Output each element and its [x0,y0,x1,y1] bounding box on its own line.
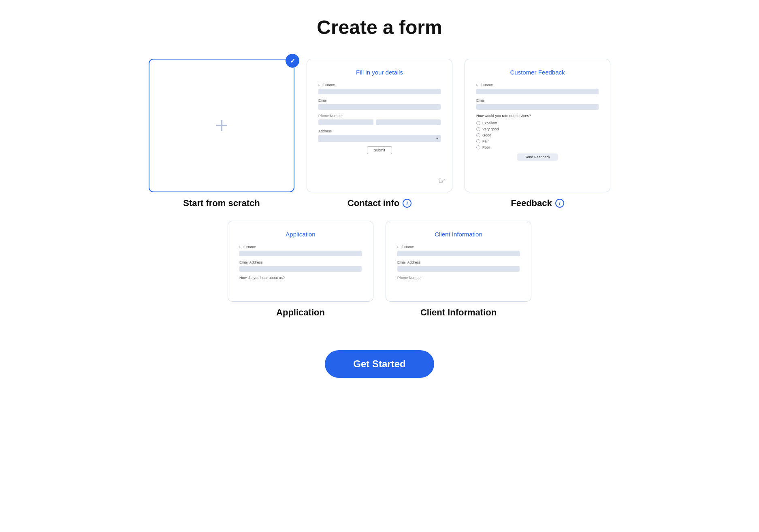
feedback-email-label: Email [476,98,599,102]
feedback-email-input [476,104,599,110]
feedback-option-poor: Poor [476,145,599,149]
footer-section: Get Started [8,342,751,378]
application-preview-title: Application [239,231,362,238]
feedback-rating-question: How would you rate our services? [476,114,599,118]
feedback-send-button: Send Feedback [517,153,557,161]
card-contact-info[interactable]: Fill in your details Full Name Email Pho… [307,59,452,209]
feedback-option-good: Good [476,133,599,137]
feedback-option-very-good: Very good [476,127,599,131]
top-cards-row: ✓ + Start from scratch Fill in your deta… [149,59,610,209]
contact-fullname-label: Full Name [318,83,441,87]
feedback-option-fair: Fair [476,139,599,143]
client-email-input [397,266,520,272]
card-application-label: Application [228,307,373,318]
card-contact-label: Contact info i [307,198,452,209]
app-fullname-input [239,251,362,256]
selected-badge: ✓ [286,54,299,68]
client-fullname-input [397,251,520,256]
client-fullname-label: Full Name [397,245,520,249]
card-client-label: Client Information [386,307,531,318]
contact-phone-prefix-input [318,119,373,125]
client-phone-label: Phone Number [397,276,520,280]
feedback-option-excellent: Excellent [476,121,599,125]
client-preview-title: Client Information [397,231,520,238]
contact-address-label: Address [318,129,441,133]
chevron-down-icon: ▾ [436,136,438,140]
plus-icon: + [215,114,228,137]
get-started-button[interactable]: Get Started [325,350,434,378]
card-feedback[interactable]: Customer Feedback Full Name Email How wo… [465,59,610,209]
contact-info-icon: i [403,199,411,208]
card-client-info[interactable]: Client Information Full Name Email Addre… [386,221,531,318]
client-email-label: Email Address [397,260,520,264]
contact-address-select: ▾ [318,135,441,142]
feedback-preview-title: Customer Feedback [476,69,599,76]
contact-phone-label: Phone Number [318,114,441,118]
card-scratch[interactable]: ✓ + Start from scratch [149,59,294,209]
bottom-cards-row: Application Full Name Email Address How … [228,221,531,318]
app-email-label: Email Address [239,260,362,264]
contact-email-label: Email [318,98,441,102]
contact-submit-button: Submit [367,146,392,154]
contact-fullname-input [318,89,441,94]
feedback-info-icon: i [555,199,564,208]
contact-phone-input [376,119,441,125]
card-feedback-label: Feedback i [465,198,610,209]
app-email-input [239,266,362,272]
feedback-fullname-label: Full Name [476,83,599,87]
contact-email-input [318,104,441,110]
cursor-icon: ☞ [438,176,446,185]
card-application[interactable]: Application Full Name Email Address How … [228,221,373,318]
page-title: Create a form [317,16,442,38]
app-fullname-label: Full Name [239,245,362,249]
app-hear-label: How did you hear about us? [239,276,362,280]
contact-preview-title: Fill in your details [318,69,441,76]
card-scratch-label: Start from scratch [149,198,294,209]
feedback-fullname-input [476,89,599,94]
